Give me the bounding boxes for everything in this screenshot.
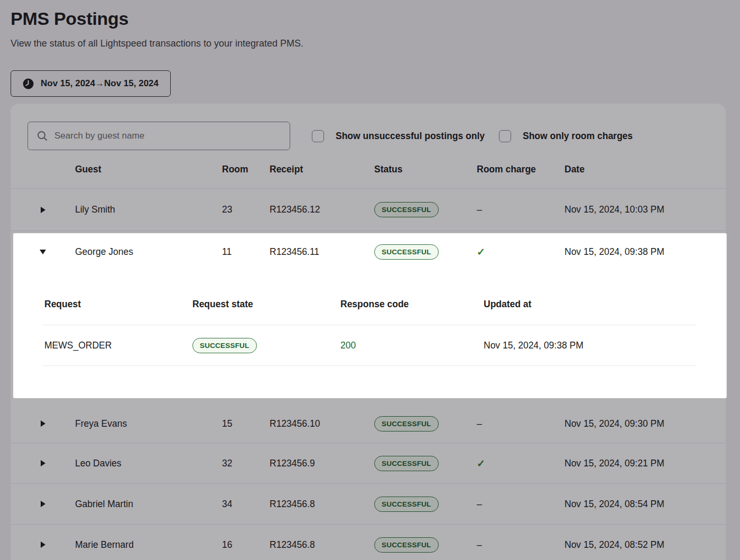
date-cell: Nov 15, 2024, 09:30 PM <box>565 418 726 429</box>
updated-at-cell: Nov 15, 2024, 09:38 PM <box>484 340 697 351</box>
detail-column-request-state: Request state <box>192 299 340 310</box>
search-icon <box>36 130 48 142</box>
receipt-cell: R123456.9 <box>270 458 374 469</box>
checkbox-group-room-charges[interactable]: Show only room charges <box>499 130 633 142</box>
receipt-cell: R123456.12 <box>270 204 374 215</box>
room-cell: 15 <box>222 418 270 429</box>
page-subtitle: View the status of all Lightspeed transa… <box>11 37 729 50</box>
room-cell: 11 <box>222 246 270 258</box>
date-cell: Nov 15, 2024, 10:03 PM <box>565 204 726 215</box>
room-charge-cell: – <box>477 539 565 550</box>
column-header-room-charge: Room charge <box>477 164 565 175</box>
page-title: PMS Postings <box>11 7 729 30</box>
detail-column-request: Request <box>44 299 192 310</box>
table-row[interactable]: Freya Evans 15 R123456.10 SUCCESSFUL – N… <box>11 405 726 443</box>
status-badge: SUCCESSFUL <box>374 416 439 432</box>
room-charges-checkbox[interactable] <box>499 130 511 142</box>
room-charge-checkmark-icon: ✓ <box>477 246 565 258</box>
unsuccessful-checkbox[interactable] <box>312 130 324 142</box>
status-badge: SUCCESSFUL <box>374 537 439 553</box>
date-cell: Nov 15, 2024, 09:38 PM <box>565 246 726 258</box>
detail-spacer <box>42 366 697 405</box>
expand-toggle-icon[interactable] <box>41 541 45 548</box>
expanded-row-block: George Jones 11 R123456.11 SUCCESSFUL ✓ … <box>11 231 726 405</box>
guest-cell: Freya Evans <box>75 418 222 429</box>
guest-cell: Lily Smith <box>75 204 222 215</box>
postings-panel: Show unsuccessful postings only Show onl… <box>11 104 726 560</box>
page-header: PMS Postings View the status of all Ligh… <box>0 7 740 97</box>
search-input[interactable] <box>53 130 281 142</box>
guest-cell: Leo Davies <box>75 458 222 469</box>
column-header-date: Date <box>565 164 726 175</box>
room-charge-cell: – <box>477 418 565 429</box>
room-cell: 23 <box>222 204 270 215</box>
expand-toggle-icon[interactable] <box>41 420 45 427</box>
guest-cell: Gabriel Martin <box>75 499 222 510</box>
request-state-badge: SUCCESSFUL <box>192 338 257 353</box>
status-badge: SUCCESSFUL <box>374 497 439 512</box>
date-cell: Nov 15, 2024, 08:54 PM <box>565 499 726 510</box>
expand-toggle-icon[interactable] <box>41 501 45 507</box>
room-charges-checkbox-label[interactable]: Show only room charges <box>523 131 633 142</box>
date-range-button[interactable]: Nov 15, 2024→Nov 15, 2024 <box>11 70 171 97</box>
room-charge-cell: – <box>477 204 565 215</box>
column-header-status: Status <box>374 164 477 175</box>
request-cell: MEWS_ORDER <box>44 340 192 351</box>
status-badge: SUCCESSFUL <box>374 456 439 471</box>
response-code-cell: 200 <box>340 340 484 351</box>
room-charge-cell: – <box>477 499 565 510</box>
room-cell: 16 <box>222 539 270 550</box>
receipt-cell: R123456.10 <box>270 418 374 429</box>
date-cell: Nov 15, 2024, 08:52 PM <box>565 539 726 550</box>
status-badge: SUCCESSFUL <box>374 244 439 260</box>
receipt-cell: R123456.8 <box>270 539 374 550</box>
expand-toggle-icon[interactable] <box>41 460 45 466</box>
receipt-cell: R123456.8 <box>270 499 374 510</box>
table-row[interactable]: George Jones 11 R123456.11 SUCCESSFUL ✓ … <box>11 231 726 272</box>
expand-toggle-icon[interactable] <box>41 207 45 213</box>
table-header-row: Guest Room Receipt Status Room charge Da… <box>11 150 726 189</box>
date-range-label: Nov 15, 2024→Nov 15, 2024 <box>41 78 159 89</box>
table-row[interactable]: Leo Davies 32 R123456.9 SUCCESSFUL ✓ Nov… <box>11 443 726 484</box>
column-header-guest: Guest <box>75 164 222 175</box>
room-cell: 34 <box>222 499 270 510</box>
table-row[interactable]: Lily Smith 23 R123456.12 SUCCESSFUL – No… <box>11 189 726 231</box>
date-cell: Nov 15, 2024, 09:21 PM <box>565 458 726 469</box>
guest-cell: George Jones <box>75 246 222 258</box>
detail-row: MEWS_ORDER SUCCESSFUL 200 Nov 15, 2024, … <box>42 325 697 366</box>
detail-column-response-code: Response code <box>340 299 484 310</box>
request-detail-table: Request Request state Response code Upda… <box>42 272 697 405</box>
clock-icon <box>23 78 34 89</box>
table-row[interactable]: Gabriel Martin 34 R123456.8 SUCCESSFUL –… <box>11 484 726 525</box>
column-header-room: Room <box>222 164 270 175</box>
unsuccessful-checkbox-label[interactable]: Show unsuccessful postings only <box>336 131 485 142</box>
status-badge: SUCCESSFUL <box>374 202 439 217</box>
receipt-cell: R123456.11 <box>270 246 374 258</box>
table-row[interactable]: Marie Bernard 16 R123456.8 SUCCESSFUL – … <box>11 525 726 560</box>
checkbox-group-unsuccessful[interactable]: Show unsuccessful postings only <box>312 130 485 142</box>
detail-column-updated-at: Updated at <box>484 299 697 310</box>
room-charge-checkmark-icon: ✓ <box>477 457 565 470</box>
room-cell: 32 <box>222 458 270 469</box>
detail-header-row: Request Request state Response code Upda… <box>42 272 697 325</box>
collapse-toggle-icon[interactable] <box>40 250 46 254</box>
guest-cell: Marie Bernard <box>75 539 222 550</box>
table-controls: Show unsuccessful postings only Show onl… <box>27 122 709 150</box>
column-header-receipt: Receipt <box>270 164 374 175</box>
search-box[interactable] <box>27 122 290 150</box>
